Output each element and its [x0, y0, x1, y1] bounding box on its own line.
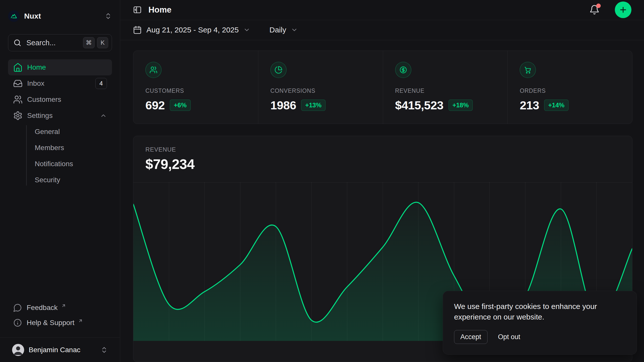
kbd-cmd: ⌘ — [83, 37, 95, 48]
granularity-select[interactable]: Daily — [269, 26, 298, 34]
panel-left-icon — [133, 5, 142, 14]
stat-label: CUSTOMERS — [145, 87, 246, 94]
sidebar-item-settings[interactable]: Settings — [8, 108, 112, 124]
sidebar-item-general[interactable]: General — [26, 124, 112, 140]
users-icon — [145, 62, 162, 78]
users-icon — [13, 95, 23, 104]
top-header: Home — [120, 0, 644, 20]
sidebar-item-customers[interactable]: Customers — [8, 92, 112, 108]
dollar-circle-icon — [395, 62, 411, 78]
cookie-message: We use first-party cookies to enhance yo… — [454, 301, 605, 322]
opt-out-button[interactable]: Opt out — [497, 330, 521, 344]
user-menu[interactable]: Benjamin Canac — [0, 337, 120, 362]
kbd-k: K — [97, 37, 108, 48]
accept-cookies-button[interactable]: Accept — [454, 330, 488, 344]
collapse-sidebar-button[interactable] — [133, 5, 142, 14]
stats-row: CUSTOMERS 692 +6% CONVERSIONS 1986 +13% — [133, 51, 632, 124]
add-button[interactable] — [615, 2, 631, 18]
cookie-actions: Accept Opt out — [454, 330, 626, 344]
feedback-label: Feedback — [27, 304, 58, 312]
sidebar-item-label: Inbox — [27, 79, 91, 87]
sidebar-item-label: Home — [27, 63, 107, 71]
sidebar-footer: Feedback Help & Support — [0, 300, 120, 335]
date-range-value: Aug 21, 2025 - Sep 4, 2025 — [146, 26, 239, 34]
nuxt-logo-icon — [8, 10, 20, 22]
sidebar-item-security[interactable]: Security — [26, 172, 112, 188]
cart-icon — [520, 62, 536, 78]
stat-card-customers[interactable]: CUSTOMERS 692 +6% — [133, 51, 258, 124]
inbox-count-badge: 4 — [95, 78, 107, 89]
revenue-chart-header: REVENUE $79,234 — [133, 136, 632, 172]
page-title: Home — [148, 5, 583, 15]
message-bubble-icon — [13, 303, 22, 312]
external-link-icon — [78, 318, 83, 323]
revenue-chart-label: REVENUE — [145, 146, 620, 153]
search-shortcut: ⌘ K — [83, 37, 108, 48]
granularity-value: Daily — [269, 26, 286, 34]
sidebar-item-notifications[interactable]: Notifications — [26, 156, 112, 172]
stat-delta-badge: +14% — [544, 100, 569, 111]
stat-card-conversions[interactable]: CONVERSIONS 1986 +13% — [258, 51, 383, 124]
chevrons-up-down-icon — [104, 12, 112, 20]
stat-value: $415,523 — [395, 98, 444, 112]
sidebar-nav: Home Inbox 4 Customers Settings — [0, 59, 120, 188]
stat-card-revenue[interactable]: REVENUE $415,523 +18% — [383, 51, 508, 124]
sidebar-item-members[interactable]: Members — [26, 140, 112, 156]
sidebar-spacer — [0, 188, 120, 300]
sidebar-item-home[interactable]: Home — [8, 59, 112, 75]
chevron-up-icon — [100, 112, 107, 119]
cookie-banner: We use first-party cookies to enhance yo… — [443, 291, 637, 355]
info-circle-icon — [13, 318, 22, 327]
gear-icon — [13, 111, 23, 120]
search-icon — [13, 39, 21, 47]
home-icon — [13, 63, 23, 72]
user-name: Benjamin Canac — [29, 346, 96, 354]
revenue-chart-value: $79,234 — [145, 156, 620, 172]
pie-chart-icon — [270, 62, 287, 78]
notification-dot — [596, 4, 601, 8]
help-support-link[interactable]: Help & Support — [8, 315, 112, 330]
app-root: Nuxt Search... ⌘ K Home — [0, 0, 644, 362]
stat-delta-badge: +18% — [449, 100, 473, 111]
search-input[interactable]: Search... ⌘ K — [8, 34, 112, 51]
search-placeholder: Search... — [26, 39, 78, 47]
chevron-down-icon — [243, 26, 250, 33]
avatar — [12, 344, 24, 356]
stat-value: 213 — [520, 98, 539, 112]
help-support-label: Help & Support — [27, 319, 74, 327]
stat-card-orders[interactable]: ORDERS 213 +14% — [507, 51, 632, 124]
external-link-icon — [61, 303, 66, 308]
chevrons-up-down-icon — [100, 346, 108, 354]
date-range-picker[interactable]: Aug 21, 2025 - Sep 4, 2025 — [133, 25, 250, 34]
calendar-icon — [133, 25, 142, 34]
stat-delta-badge: +13% — [301, 100, 326, 111]
filters-toolbar: Aug 21, 2025 - Sep 4, 2025 Daily — [120, 20, 644, 40]
stat-label: ORDERS — [520, 87, 620, 94]
sidebar: Nuxt Search... ⌘ K Home — [0, 0, 120, 362]
stat-value: 1986 — [270, 98, 296, 112]
org-switcher[interactable]: Nuxt — [4, 7, 116, 25]
sidebar-item-inbox[interactable]: Inbox 4 — [8, 75, 112, 92]
stat-value: 692 — [145, 98, 165, 112]
plus-icon — [619, 6, 627, 14]
stat-label: REVENUE — [395, 87, 496, 94]
stat-label: CONVERSIONS — [270, 87, 371, 94]
sidebar-item-label: Settings — [27, 112, 95, 120]
stat-delta-badge: +6% — [170, 100, 191, 111]
org-name: Nuxt — [24, 12, 100, 20]
inbox-icon — [13, 79, 23, 88]
notifications-button[interactable] — [589, 5, 600, 15]
chevron-down-icon — [291, 26, 298, 33]
feedback-link[interactable]: Feedback — [8, 300, 112, 315]
sidebar-item-label: Customers — [27, 96, 107, 104]
settings-subnav: General Members Notifications Security — [8, 124, 112, 188]
